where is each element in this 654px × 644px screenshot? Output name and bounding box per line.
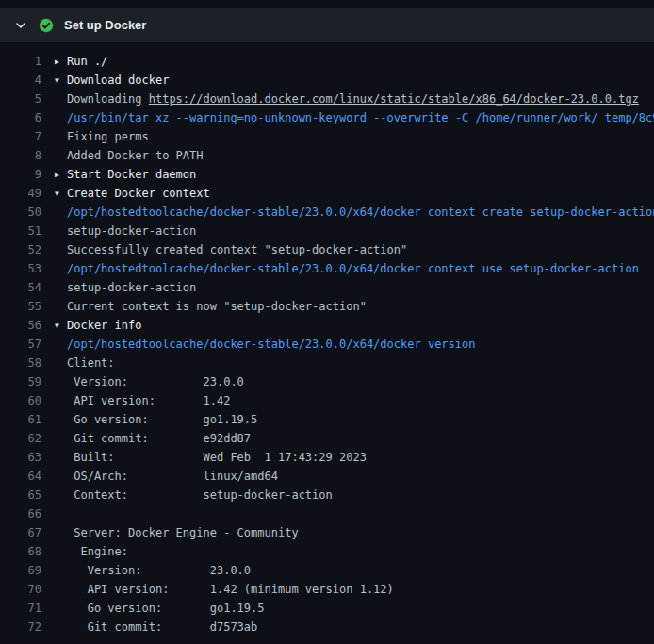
line-number[interactable]: 71 (0, 599, 41, 618)
chevron-down-icon[interactable]: ▼ (55, 317, 67, 335)
line-number[interactable]: 64 (0, 467, 41, 486)
log-line: 68 Engine: (0, 542, 654, 561)
line-number[interactable]: 62 (0, 429, 41, 448)
log-line: 70 API version: 1.42 (minimum version 1.… (0, 580, 654, 599)
line-number[interactable]: 7 (0, 127, 41, 146)
log-group-row[interactable]: 1▶Run ./ (0, 52, 654, 71)
log-text: Fixing perms (67, 130, 149, 143)
line-number[interactable]: 8 (0, 146, 41, 165)
line-number[interactable]: 49 (0, 184, 41, 203)
log-text: setup-docker-action (67, 224, 196, 238)
line-number[interactable]: 57 (0, 335, 41, 354)
line-number[interactable]: 5 (0, 90, 41, 108)
step-header[interactable]: Set up Docker (0, 8, 654, 42)
log-line: 51setup-docker-action (0, 222, 654, 240)
log-line: 53/opt/hostedtoolcache/docker-stable/23.… (0, 259, 654, 278)
line-number[interactable]: 65 (0, 486, 41, 504)
log-container: 1▶Run ./4▼Download docker5Downloading ht… (0, 42, 654, 636)
chevron-down-icon[interactable]: ▼ (55, 72, 67, 90)
log-line: 7Fixing perms (0, 127, 654, 146)
log-text: Version: 23.0.0 (67, 375, 244, 388)
log-line: 59 Version: 23.0.0 (0, 372, 654, 391)
line-number[interactable]: 51 (0, 222, 41, 240)
step-title: Set up Docker (64, 18, 146, 32)
line-number[interactable]: 53 (0, 259, 41, 278)
log-line: 8Added Docker to PATH (0, 146, 654, 165)
log-text: Go version: go1.19.5 (67, 413, 257, 426)
log-line: 69 Version: 23.0.0 (0, 561, 654, 580)
log-text: Git commit: d7573ab (67, 620, 257, 634)
log-group-row[interactable]: 9▶Start Docker daemon (0, 165, 654, 184)
log-line: 65 Context: setup-docker-action (0, 486, 654, 504)
log-text: Engine: (67, 545, 128, 558)
line-number[interactable]: 59 (0, 372, 41, 391)
line-number[interactable]: 58 (0, 354, 41, 372)
line-number[interactable]: 67 (0, 523, 41, 542)
log-line: 71 Go version: go1.19.5 (0, 599, 654, 618)
log-text: Downloading (67, 92, 149, 106)
line-number[interactable]: 52 (0, 240, 41, 259)
actions-log-viewer: { "header": { "title": "Set up Docker", … (0, 0, 654, 644)
log-text: /opt/hostedtoolcache/docker-stable/23.0.… (67, 262, 639, 275)
log-text: Create Docker context (67, 187, 210, 200)
log-line: 55Current context is now "setup-docker-a… (0, 297, 654, 316)
log-group-row[interactable]: 56▼Docker info (0, 316, 654, 335)
log-text: Successfully created context "setup-dock… (67, 243, 407, 256)
chevron-down-icon[interactable]: ▼ (55, 185, 67, 203)
log-line: 58Client: (0, 354, 654, 372)
log-text: /usr/bin/tar xz --warning=no-unknown-key… (67, 111, 654, 124)
log-text: Download docker (67, 74, 169, 87)
line-number[interactable]: 1 (0, 52, 41, 71)
log-group-row[interactable]: 49▼Create Docker context (0, 184, 654, 203)
chevron-right-icon[interactable]: ▶ (55, 53, 67, 71)
log-line: 64 OS/Arch: linux/amd64 (0, 467, 654, 486)
log-text: Client: (67, 356, 115, 370)
log-line: 72 Git commit: d7573ab (0, 618, 654, 636)
log-text: /opt/hostedtoolcache/docker-stable/23.0.… (67, 206, 654, 219)
log-text: /opt/hostedtoolcache/docker-stable/23.0.… (67, 338, 475, 351)
line-number[interactable]: 61 (0, 410, 41, 429)
log-text: Git commit: e92dd87 (67, 432, 251, 445)
log-text: Start Docker daemon (67, 168, 196, 181)
chevron-right-icon[interactable]: ▶ (55, 166, 67, 184)
line-number[interactable]: 63 (0, 448, 41, 467)
log-line: 6/usr/bin/tar xz --warning=no-unknown-ke… (0, 108, 654, 127)
log-text: Version: 23.0.0 (67, 564, 251, 577)
log-text: Run ./ (67, 55, 107, 68)
line-number[interactable]: 70 (0, 580, 41, 599)
log-line: 52Successfully created context "setup-do… (0, 240, 654, 259)
line-number[interactable]: 68 (0, 542, 41, 561)
log-line: 62 Git commit: e92dd87 (0, 429, 654, 448)
log-text: OS/Arch: linux/amd64 (67, 470, 278, 483)
log-line: 54setup-docker-action (0, 278, 654, 297)
line-number[interactable]: 72 (0, 618, 41, 636)
chevron-down-icon[interactable] (13, 18, 28, 33)
line-number[interactable]: 69 (0, 561, 41, 580)
line-number[interactable]: 50 (0, 203, 41, 222)
line-number[interactable]: 6 (0, 108, 41, 127)
log-line: 57/opt/hostedtoolcache/docker-stable/23.… (0, 335, 654, 354)
log-text: API version: 1.42 (67, 394, 230, 407)
log-line: 50/opt/hostedtoolcache/docker-stable/23.… (0, 203, 654, 222)
check-circle-icon (39, 18, 54, 33)
log-text: Context: setup-docker-action (67, 488, 333, 502)
log-text: Server: Docker Engine - Community (67, 526, 299, 539)
line-number[interactable]: 55 (0, 297, 41, 316)
log-text: Go version: go1.19.5 (67, 602, 265, 615)
log-line: 67 Server: Docker Engine - Community (0, 523, 654, 542)
line-number[interactable]: 9 (0, 165, 41, 184)
log-text: Built: Wed Feb 1 17:43:29 2023 (67, 451, 367, 464)
log-link[interactable]: https://download.docker.com/linux/static… (149, 92, 639, 106)
log-line: 61 Go version: go1.19.5 (0, 410, 654, 429)
log-text: setup-docker-action (67, 281, 196, 294)
line-number[interactable]: 60 (0, 391, 41, 410)
log-text: API version: 1.42 (minimum version 1.12) (67, 583, 394, 596)
line-number[interactable]: 66 (0, 504, 41, 523)
log-group-row[interactable]: 4▼Download docker (0, 71, 654, 90)
log-line: 66 (0, 504, 654, 523)
line-number[interactable]: 56 (0, 316, 41, 335)
line-number[interactable]: 4 (0, 71, 41, 90)
log-line: 5Downloading https://download.docker.com… (0, 90, 654, 108)
log-line: 63 Built: Wed Feb 1 17:43:29 2023 (0, 448, 654, 467)
line-number[interactable]: 54 (0, 278, 41, 297)
